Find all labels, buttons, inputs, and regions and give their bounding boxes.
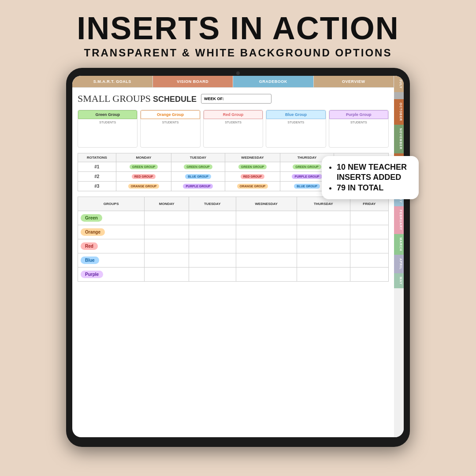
orange-group-body: STUDENTS (141, 119, 200, 125)
table-row: Red (78, 239, 389, 253)
cell (350, 253, 388, 268)
cell: GREEN GROUP (171, 162, 225, 172)
tab-overview[interactable]: OVERVIEW (314, 76, 394, 87)
cell: ORANGE GROUP (225, 182, 280, 191)
cell (145, 253, 189, 268)
sub-title: TRANSPARENT & WHITE BACKGROUND OPTIONS (77, 47, 399, 59)
cell (189, 239, 236, 253)
cell: ORANGE GROUP (116, 182, 171, 191)
cell (236, 211, 297, 225)
cell (145, 211, 189, 225)
group-card-red: Red Group STUDENTS (203, 110, 263, 148)
cell (189, 211, 236, 225)
cell (145, 268, 189, 282)
cell (145, 239, 189, 253)
red-group-header: Red Group (204, 110, 263, 119)
col-monday-1: MONDAY (116, 153, 171, 162)
cell (189, 225, 236, 239)
cell: BLUE GROUP (171, 172, 225, 182)
red-group-body: STUDENTS (204, 119, 263, 125)
bubble-item-1: 10 NEW TEACHER INSERTS ADDED (337, 162, 411, 183)
cell (236, 225, 297, 239)
group-cards: Green Group STUDENTS Orange Group STUDEN… (78, 110, 389, 148)
table-row: Purple (78, 268, 389, 282)
bubble-list: 10 NEW TEACHER INSERTS ADDED 79 IN TOTAL (330, 162, 411, 193)
tablet-wrapper: S.M.A.R.T. GOALS VISION BOARD GRADEBOOK … (66, 68, 410, 447)
group-card-blue: Blue Group STUDENTS (266, 110, 326, 148)
side-tab-november[interactable]: NOVEMBER (394, 125, 404, 153)
side-tab-july[interactable]: JULY (394, 76, 404, 92)
cell (297, 268, 350, 282)
cell (297, 211, 350, 225)
cell (236, 253, 297, 268)
cell (189, 253, 236, 268)
cell (145, 225, 189, 239)
cell (236, 239, 297, 253)
col-monday-2: MONDAY (145, 197, 189, 211)
cell (350, 268, 388, 282)
side-tab-march[interactable]: MARCH (394, 234, 404, 255)
green-group-header: Green Group (78, 110, 137, 119)
side-tab-spacer (394, 92, 404, 99)
tab-smart-goals[interactable]: S.M.A.R.T. GOALS (72, 76, 153, 87)
col-rotations: ROTATIONS (78, 153, 116, 162)
group-card-orange: Orange Group STUDENTS (140, 110, 200, 148)
table-row: Green (78, 211, 389, 225)
table-row: Orange (78, 225, 389, 239)
bubble-note: 10 NEW TEACHER INSERTS ADDED 79 IN TOTAL (322, 156, 419, 199)
cell (350, 225, 388, 239)
tablet-outer: S.M.A.R.T. GOALS VISION BOARD GRADEBOOK … (66, 68, 410, 447)
table-row: Blue (78, 253, 389, 268)
schedule-content: small groups SCHEDULE WEEK OF: Green Gro… (72, 88, 394, 437)
main-title: INSERTS IN ACTION (77, 12, 399, 44)
bubble-item-2: 79 IN TOTAL (337, 183, 411, 193)
schedule-title-bold: SCHEDULE (153, 95, 197, 104)
col-wednesday-2: WEDNESDAY (236, 197, 297, 211)
cell: RED GROUP (225, 172, 280, 182)
rotation-1: #1 (78, 162, 116, 172)
col-tuesday-2: TUESDAY (189, 197, 236, 211)
purple-group-body: STUDENTS (329, 119, 388, 125)
tab-vision-board[interactable]: VISION BOARD (153, 76, 234, 87)
col-wednesday-1: WEDNESDAY (225, 153, 280, 162)
cell (350, 239, 388, 253)
blue-group-body: STUDENTS (266, 119, 325, 125)
purple-group-header: Purple Group (329, 110, 388, 119)
group-card-green: Green Group STUDENTS (78, 110, 138, 148)
cell (297, 253, 350, 268)
group-purple-row: Purple (78, 268, 145, 282)
group-red-row: Red (78, 239, 145, 253)
rotation-3: #3 (78, 182, 116, 191)
side-tab-february[interactable]: FEBRUARY (394, 206, 404, 234)
side-tab-may[interactable]: MAY (394, 273, 404, 288)
rotation-2: #2 (78, 172, 116, 182)
tab-gradebook[interactable]: GRADEBOOK (233, 76, 314, 87)
tablet-screen: S.M.A.R.T. GOALS VISION BOARD GRADEBOOK … (72, 76, 404, 437)
orange-group-header: Orange Group (141, 110, 200, 119)
schedule-header: small groups SCHEDULE WEEK OF: (78, 93, 389, 104)
groups-table: GROUPS MONDAY TUESDAY WEDNESDAY THURSDAY… (78, 197, 389, 282)
cell (189, 268, 236, 282)
tablet-camera (236, 71, 240, 75)
week-of-label: WEEK OF: (204, 97, 224, 101)
side-tabs: JULY OCTOBER NOVEMBER DECEMBER JANUARY F… (394, 76, 404, 437)
cell (297, 225, 350, 239)
group-orange-row: Orange (78, 225, 145, 239)
blue-group-header: Blue Group (266, 110, 325, 119)
col-tuesday-1: TUESDAY (171, 153, 225, 162)
cell: PURPLE GROUP (171, 182, 225, 191)
cell (350, 211, 388, 225)
green-group-body: STUDENTS (78, 119, 137, 125)
cell: GREEN GROUP (225, 162, 280, 172)
group-blue-row: Blue (78, 253, 145, 268)
main-content: S.M.A.R.T. GOALS VISION BOARD GRADEBOOK … (72, 76, 394, 437)
side-tab-april[interactable]: APRIL (394, 255, 404, 273)
side-tab-october[interactable]: OCTOBER (394, 99, 404, 125)
schedule-title: small groups SCHEDULE (78, 93, 197, 104)
col-groups: GROUPS (78, 197, 145, 211)
page-header: INSERTS IN ACTION TRANSPARENT & WHITE BA… (68, 0, 408, 63)
cell: GREEN GROUP (116, 162, 171, 172)
cell (297, 239, 350, 253)
week-of-box: WEEK OF: (201, 94, 271, 104)
cell: RED GROUP (116, 172, 171, 182)
